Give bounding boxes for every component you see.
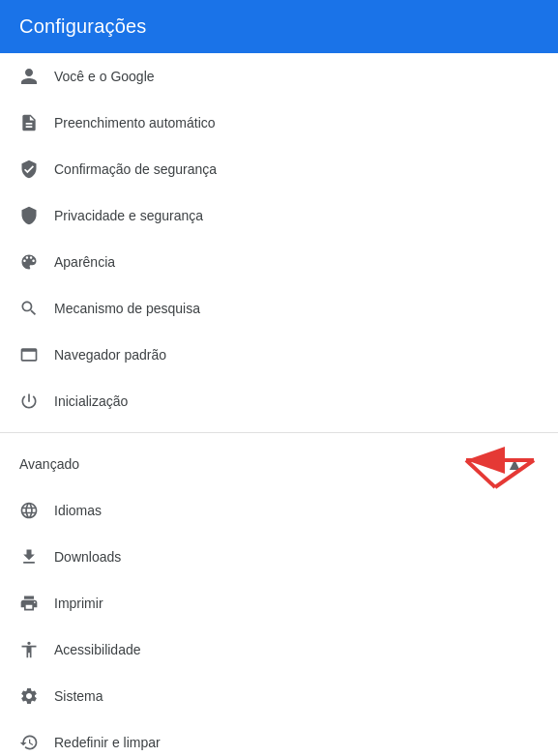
accessibility-icon — [19, 640, 54, 659]
sidebar-item-label: Imprimir — [54, 596, 103, 611]
sidebar-item-label: Você e o Google — [54, 69, 155, 84]
sidebar-item-label: Confirmação de segurança — [54, 161, 217, 177]
sidebar-item-label: Navegador padrão — [54, 347, 166, 363]
sidebar-item-aparencia[interactable]: Aparência — [0, 239, 543, 285]
advanced-menu: Idiomas Downloads Imprimir — [0, 487, 558, 756]
startup-icon — [19, 392, 54, 411]
header: Configurações — [0, 0, 558, 53]
system-icon — [19, 686, 54, 706]
print-icon — [19, 594, 54, 613]
advanced-label: Avançado — [19, 456, 79, 472]
advanced-header[interactable]: Avançado ▲ — [0, 441, 543, 487]
sidebar-item-acessibilidade[interactable]: Acessibilidade — [0, 626, 543, 673]
sidebar-item-label: Privacidade e segurança — [54, 208, 203, 223]
sidebar-item-inicializacao[interactable]: Inicialização — [0, 378, 543, 424]
chevron-up-icon: ▲ — [506, 454, 523, 475]
sidebar-item-privacidade[interactable]: Privacidade e segurança — [0, 192, 543, 239]
sidebar-item-label: Mecanismo de pesquisa — [54, 301, 200, 316]
privacy-icon — [19, 206, 54, 225]
appearance-icon — [19, 252, 54, 272]
page-title: Configurações — [19, 15, 147, 37]
sidebar-item-label: Aparência — [54, 254, 115, 270]
sidebar-item-redefinir[interactable]: Redefinir e limpar — [0, 719, 543, 756]
shield-check-icon — [19, 160, 54, 179]
sidebar-item-confirmacao[interactable]: Confirmação de segurança — [0, 146, 543, 192]
sidebar-item-label: Redefinir e limpar — [54, 735, 161, 750]
divider-1 — [0, 432, 558, 433]
reset-icon — [19, 733, 54, 752]
sidebar-item-label: Preenchimento automático — [54, 115, 216, 131]
sidebar-item-navegador[interactable]: Navegador padrão — [0, 332, 543, 378]
sidebar-item-voce-google[interactable]: Você e o Google — [0, 53, 543, 100]
sidebar-item-label: Acessibilidade — [54, 642, 141, 657]
sidebar-item-imprimir[interactable]: Imprimir — [0, 580, 543, 626]
autofill-icon — [19, 113, 54, 132]
sidebar-item-label: Inicialização — [54, 393, 128, 409]
advanced-section: Avançado ▲ Idiomas — [0, 441, 558, 756]
sidebar-item-label: Sistema — [54, 688, 103, 704]
browser-icon — [19, 345, 54, 364]
sidebar-item-label: Downloads — [54, 549, 121, 565]
search-icon — [19, 299, 54, 318]
sidebar-item-idiomas[interactable]: Idiomas — [0, 487, 543, 534]
sidebar-item-label: Idiomas — [54, 503, 102, 518]
sidebar-item-mecanismo[interactable]: Mecanismo de pesquisa — [0, 285, 543, 332]
app-container: Configurações Você e o Google Preenchime… — [0, 0, 558, 756]
sidebar-item-sistema[interactable]: Sistema — [0, 673, 543, 719]
main-menu: Você e o Google Preenchimento automático… — [0, 53, 558, 424]
download-icon — [19, 547, 54, 567]
sidebar-item-preenchimento[interactable]: Preenchimento automático — [0, 100, 543, 146]
sidebar-item-downloads[interactable]: Downloads — [0, 534, 543, 580]
person-icon — [19, 67, 54, 86]
language-icon — [19, 501, 54, 520]
